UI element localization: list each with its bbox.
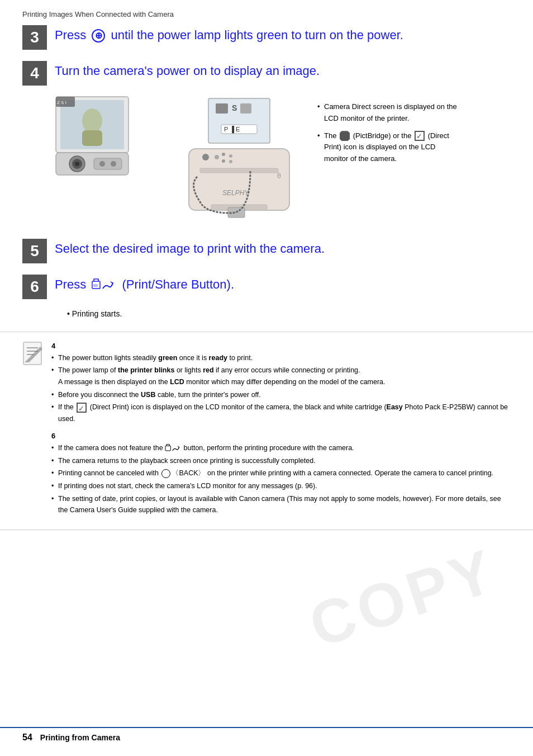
images-row: Z S I <box>55 96 301 224</box>
svg-rect-10 <box>94 158 122 169</box>
svg-point-2 <box>82 108 102 133</box>
svg-rect-14 <box>216 103 228 114</box>
note-ref-4: 4 <box>51 342 55 350</box>
step-6-number: 6 <box>22 275 47 299</box>
note-ref-6: 6 <box>51 432 55 440</box>
svg-rect-38 <box>165 446 170 451</box>
step-3-block: 3 Press ⊕ until the power lamp lights gr… <box>22 24 511 50</box>
svg-point-26 <box>229 160 232 163</box>
page-header: Printing Images When Connected with Came… <box>0 0 533 24</box>
svg-text:SELPHY: SELPHY <box>222 189 249 197</box>
note-bullet-6-2: The camera returns to the playback scree… <box>51 455 511 467</box>
svg-point-23 <box>222 153 225 156</box>
note-bullet-4-4: If the (Direct Print) icon is displayed … <box>51 401 511 424</box>
svg-text:P  ▐  E: P ▐ E <box>224 125 240 134</box>
step-5-block: 5 Select the desired image to print with… <box>22 238 511 263</box>
step-3-text: Press ⊕ until the power lamp lights gree… <box>55 24 403 44</box>
step-5-number: 5 <box>22 239 47 263</box>
step-6-block: 6 Press (Print/Share Button). <box>22 273 511 299</box>
svg-point-11 <box>99 161 105 167</box>
power-button-icon: ⊕ <box>92 29 105 42</box>
step-4-image-area: Z S I <box>55 96 511 224</box>
note-bullet-6-5: The setting of date, print copies, or la… <box>51 493 511 516</box>
print-share-icon-note <box>165 444 182 453</box>
main-content: 3 Press ⊕ until the power lamp lights gr… <box>0 24 533 318</box>
step-4-text: Turn the camera's power on to display an… <box>55 60 320 79</box>
page-container: Printing Images When Connected with Came… <box>0 0 533 756</box>
svg-point-9 <box>75 162 79 166</box>
note-bullet-4-3: Before you disconnect the USB cable, tur… <box>51 389 511 401</box>
camera-illustration: Z S I <box>55 96 166 182</box>
printer-illustration: S P ▐ E <box>178 96 301 224</box>
note-item-1: Camera Direct screen is displayed on the… <box>317 101 457 125</box>
note-group-6: 6 If the camera does not feature the but… <box>51 430 511 516</box>
directprint-icon <box>415 131 425 141</box>
step-3-number: 3 <box>22 25 47 50</box>
svg-rect-33 <box>93 284 98 287</box>
header-title: Printing Images When Connected with Came… <box>22 10 174 18</box>
print-share-icon <box>92 278 116 292</box>
step-5-text: Select the desired image to print with t… <box>55 238 325 257</box>
svg-point-24 <box>222 159 225 163</box>
svg-point-12 <box>111 161 116 167</box>
footer-section-title: Printing from Camera <box>40 733 120 742</box>
notes-icon <box>22 340 42 367</box>
pictbridge-icon <box>340 131 350 141</box>
back-circle-icon <box>161 469 170 478</box>
notes-box: 4 The power button lights steadily green… <box>0 332 533 530</box>
step-4-number: 4 <box>22 61 47 86</box>
svg-text:θ: θ <box>277 172 281 180</box>
svg-point-25 <box>229 154 232 158</box>
footer-page-number: 54 <box>22 733 32 743</box>
svg-rect-27 <box>200 168 278 173</box>
svg-rect-17 <box>240 103 251 114</box>
step-6-text: Press (Print/Share Button). <box>55 273 234 293</box>
svg-text:S: S <box>232 103 237 112</box>
note-bullet-4-2: The power lamp of the printer blinks or … <box>51 365 511 388</box>
watermark: COPY <box>301 534 506 661</box>
note-bullet-4-1: The power button lights steadily green o… <box>51 352 511 364</box>
step-4-block: 4 Turn the camera's power on to display … <box>22 60 511 86</box>
step-6-bullet: Printing starts. <box>67 309 511 318</box>
svg-rect-3 <box>82 130 102 146</box>
svg-point-22 <box>215 155 219 159</box>
notes-content: 4 The power button lights steadily green… <box>51 340 511 522</box>
note-group-4: 4 The power button lights steadily green… <box>51 340 511 424</box>
note-bullet-6-3: Printing cannot be canceled with 〈BACK〉 … <box>51 467 511 479</box>
note-bullet-6-4: If printing does not start, check the ca… <box>51 480 511 492</box>
note-bullet-6-1: If the camera does not feature the butto… <box>51 442 511 454</box>
step-4-notes: Camera Direct screen is displayed on the… <box>317 101 457 171</box>
svg-point-21 <box>202 154 209 160</box>
svg-text:Z S I: Z S I <box>57 100 66 105</box>
direct-print-icon-note <box>77 403 87 413</box>
page-footer: 54 Printing from Camera <box>0 727 533 743</box>
note-item-2: The (PictBridge) or the (Direct Print) i… <box>317 130 457 165</box>
